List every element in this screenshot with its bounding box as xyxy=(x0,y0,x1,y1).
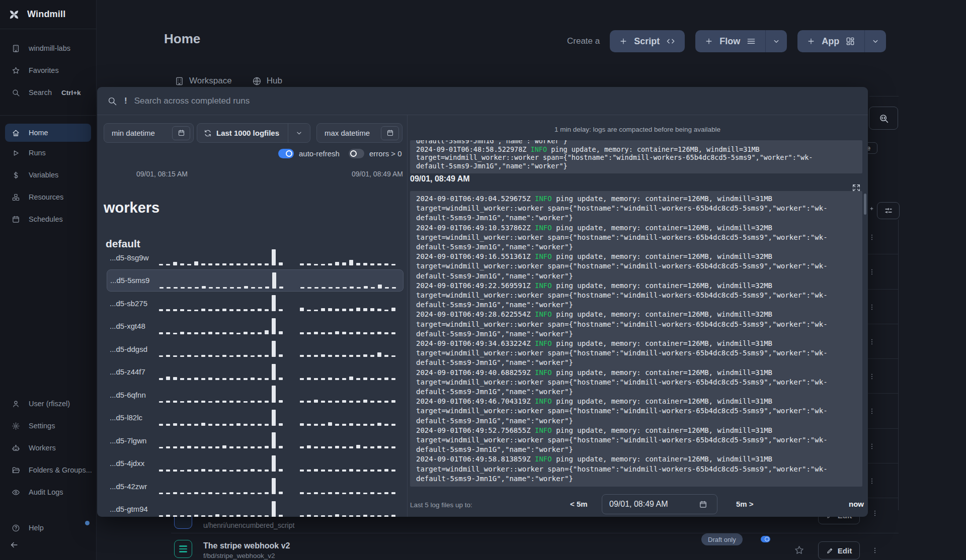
spark-bar xyxy=(335,401,339,403)
auto-refresh-toggle[interactable] xyxy=(278,149,294,158)
row-menu-button[interactable] xyxy=(868,301,876,314)
worker-activity-sparkline xyxy=(159,340,395,357)
edit-button[interactable]: Edit xyxy=(818,541,860,559)
create-flow-button[interactable]: Flow xyxy=(695,30,765,52)
worker-row-d5-gtm94[interactable]: ...d5-gtm94 xyxy=(107,498,404,517)
spark-bar xyxy=(321,264,325,265)
tab-workspace[interactable]: Workspace xyxy=(175,76,232,86)
calendar-button[interactable] xyxy=(172,126,190,140)
sidebar-item-home[interactable]: Home xyxy=(5,124,91,142)
boxes-icon xyxy=(12,193,20,202)
spark-bar xyxy=(364,286,368,289)
max-datetime-field[interactable]: max datetime xyxy=(316,123,403,143)
runs-search-input[interactable] xyxy=(134,96,868,106)
errors-toggle[interactable] xyxy=(349,149,364,158)
spark-bar xyxy=(251,332,255,334)
worker-row-d5-4jdxx[interactable]: ...d5-4jdxx xyxy=(107,452,404,475)
sidebar-item-schedules[interactable]: Schedules xyxy=(0,208,96,230)
scrollbar-thumb[interactable] xyxy=(864,194,866,215)
create-script-button[interactable]: Script xyxy=(610,30,685,52)
row-menu-button[interactable] xyxy=(868,405,876,418)
dollar-icon xyxy=(12,171,20,179)
favorite-star-button[interactable] xyxy=(794,545,804,555)
worker-row-d5-8sg9w[interactable]: ...d5-8sg9w xyxy=(107,246,404,268)
spark-bar xyxy=(342,446,346,448)
forward-5m-button[interactable]: 5m > xyxy=(736,500,754,508)
now-button[interactable]: now xyxy=(849,500,864,508)
spark-bar xyxy=(335,446,339,448)
sidebar-item-user-rfiszel[interactable]: User (rfiszel) xyxy=(0,393,96,415)
deploy-toggle-icon[interactable] xyxy=(761,536,770,542)
brand[interactable]: Windmill xyxy=(0,0,96,29)
log-level: INFO xyxy=(535,426,552,434)
sidebar-item-variables[interactable]: Variables xyxy=(0,164,96,186)
spark-bar xyxy=(222,470,226,472)
sidebar-item-folders-groups[interactable]: Folders & Groups... xyxy=(0,459,96,481)
worker-row-d5-42zwr[interactable]: ...d5-42zwr xyxy=(107,475,404,497)
spark-bar xyxy=(377,309,381,311)
spark-bar xyxy=(328,378,332,380)
sidebar-item-runs[interactable]: Runs xyxy=(0,142,96,164)
back-5m-button[interactable]: < 5m xyxy=(570,500,588,508)
worker-row-d5-ddgsd[interactable]: ...d5-ddgsd xyxy=(107,338,404,360)
calendar-button[interactable] xyxy=(694,497,712,511)
dropdown-chevron-button[interactable] xyxy=(288,124,310,142)
tab-label: Workspace xyxy=(189,76,232,86)
spark-bar xyxy=(307,493,311,494)
spark-bar xyxy=(173,377,177,380)
log-entry-line: 2024-09-01T06:49:04.529675Z INFO ping up… xyxy=(416,194,856,204)
sidebar-item-workers[interactable]: Workers xyxy=(0,437,96,459)
spark-bar xyxy=(173,309,177,311)
worker-row-d5-6qfnn[interactable]: ...d5-6qfnn xyxy=(107,384,404,406)
row-menu-button[interactable] xyxy=(868,475,876,488)
spark-bar xyxy=(391,355,395,357)
sidebar-item-help[interactable]: Help xyxy=(0,517,96,539)
worker-row-d5-7lgwn[interactable]: ...d5-7lgwn xyxy=(107,429,404,451)
robot-icon xyxy=(12,444,20,452)
spark-bar xyxy=(195,287,199,289)
sidebar-item-favorites[interactable]: Favorites xyxy=(0,59,96,81)
row-menu-button[interactable] xyxy=(868,265,876,278)
log-entry-detail: target=windmill_worker::worker span={"ho… xyxy=(416,378,856,387)
spark-bar xyxy=(201,469,205,472)
worker-row-d5-xgt48[interactable]: ...d5-xgt48 xyxy=(107,315,404,337)
sidebar-item-resources[interactable]: Resources xyxy=(0,186,96,208)
worker-row-d5-5sms9[interactable]: ...d5-5sms9 xyxy=(107,269,404,292)
row-menu-button[interactable] xyxy=(868,335,876,348)
min-datetime-field[interactable]: min datetime xyxy=(104,123,194,143)
spark-bar xyxy=(159,264,163,265)
spark-bar xyxy=(187,378,191,380)
worker-row-d5-sb275[interactable]: ...d5-sb275 xyxy=(107,292,404,314)
collapse-sidebar-button[interactable] xyxy=(9,540,19,550)
spark-bar xyxy=(272,410,276,426)
logfiles-dropdown[interactable]: Last 1000 logfiles xyxy=(197,123,310,143)
spark-bar xyxy=(201,378,205,380)
row-menu-button[interactable] xyxy=(868,370,876,383)
log-files-label: Last 5 log files up to: xyxy=(410,501,472,509)
calendar-button[interactable] xyxy=(381,126,399,140)
spark-bar xyxy=(391,332,395,334)
row-menu-button[interactable] xyxy=(868,509,876,510)
row-menu-button[interactable] xyxy=(868,440,876,453)
sidebar-item-settings[interactable]: Settings xyxy=(0,415,96,437)
search-code-button[interactable] xyxy=(869,107,898,130)
create-app-dropdown-button[interactable] xyxy=(864,30,886,52)
spark-bar xyxy=(244,470,248,472)
spark-bar xyxy=(229,401,233,403)
spark-bar xyxy=(222,378,226,380)
worker-row-d5-z44f7[interactable]: ...d5-z44f7 xyxy=(107,361,404,383)
create-app-group: App xyxy=(797,30,886,52)
spark-bar xyxy=(314,355,318,357)
sidebar-item-audit-logs[interactable]: Audit Logs xyxy=(0,481,96,503)
worker-row-d5-l82lc[interactable]: ...d5-l82lc xyxy=(107,407,404,429)
create-flow-dropdown-button[interactable] xyxy=(765,30,787,52)
row-menu-button[interactable] xyxy=(868,231,876,244)
tab-hub[interactable]: Hub xyxy=(252,76,282,86)
sidebar-item-search[interactable]: SearchCtrl+k xyxy=(0,81,96,104)
create-app-button[interactable]: App xyxy=(797,30,864,52)
sidebar-item-windmill-labs[interactable]: windmill-labs xyxy=(0,37,96,59)
row-menu-button[interactable] xyxy=(871,544,879,557)
filter-settings-button[interactable] xyxy=(877,202,900,219)
spark-bar xyxy=(279,354,283,357)
log-datetime-field[interactable]: 09/01, 08:49 AM xyxy=(602,494,717,514)
